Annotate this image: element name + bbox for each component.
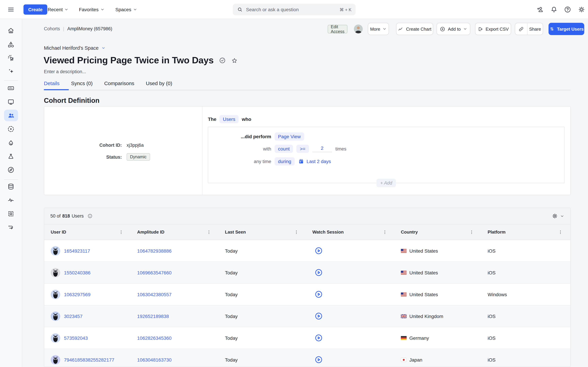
- user-id-link[interactable]: 1654923117: [64, 248, 90, 253]
- add-to-button[interactable]: Add to: [437, 23, 470, 35]
- amplitude-id-link[interactable]: 1064782938886: [137, 248, 172, 253]
- user-avatar: [51, 355, 60, 364]
- user-id-link[interactable]: 7946185838255282177: [64, 357, 114, 362]
- watch-session-play-icon[interactable]: [314, 290, 323, 299]
- nav-connections-route-icon[interactable]: [7, 224, 15, 231]
- edit-access-badge[interactable]: Edit Access: [328, 25, 348, 33]
- nav-experiments-icon[interactable]: [7, 153, 15, 160]
- left-nav-rail: [0, 19, 22, 367]
- create-button[interactable]: Create: [24, 4, 47, 15]
- star-favorite-icon[interactable]: [231, 57, 238, 64]
- column-menu-icon[interactable]: [383, 229, 387, 235]
- nav-events-icon[interactable]: [7, 54, 15, 62]
- target-users-button[interactable]: Target Users: [548, 23, 584, 35]
- date-range-picker[interactable]: Last 2 days: [298, 158, 331, 164]
- count-value-input[interactable]: 2: [312, 145, 332, 152]
- during-chip[interactable]: during: [275, 157, 295, 166]
- nav-heatmap-flame-icon[interactable]: [7, 139, 15, 147]
- nav-labs-icon[interactable]: [7, 210, 15, 217]
- breadcrumb-cohorts-link[interactable]: Cohorts: [44, 26, 60, 31]
- amplitude-id-link[interactable]: 1062826345360: [137, 335, 172, 341]
- favorites-menu[interactable]: Favorites: [79, 0, 104, 19]
- tab-syncs[interactable]: Syncs (0): [71, 80, 93, 90]
- column-menu-icon[interactable]: [469, 229, 474, 235]
- nav-signals-pulse-icon[interactable]: [7, 196, 15, 204]
- user-id-link[interactable]: 3023457: [64, 313, 82, 319]
- recent-menu[interactable]: Recent: [48, 0, 69, 19]
- tab-comparisons[interactable]: Comparisons: [104, 80, 134, 90]
- global-search[interactable]: ⌘ + K: [233, 4, 356, 15]
- tab-underline: [44, 90, 571, 90]
- table-toolbar: 50 of 818 Users: [44, 208, 570, 224]
- table-row[interactable]: 1063297569 1063042380557 Today United St…: [44, 284, 570, 305]
- amplitude-id-link[interactable]: 1069663547660: [137, 270, 172, 275]
- invite-user-icon[interactable]: [536, 6, 544, 13]
- any-time-label: any time: [208, 159, 271, 164]
- column-menu-icon[interactable]: [558, 229, 563, 235]
- amplitude-id-link[interactable]: 1063042380557: [137, 292, 172, 297]
- user-avatar: [51, 333, 60, 343]
- nav-data-icon[interactable]: [7, 183, 15, 190]
- nav-ai-sparkles-icon[interactable]: [7, 68, 15, 75]
- table-row[interactable]: 7946185838255282177 1063048163730 Today …: [44, 349, 570, 367]
- watch-session-play-icon[interactable]: [314, 334, 323, 342]
- watch-session-play-icon[interactable]: [314, 268, 323, 277]
- nav-sessions-icon[interactable]: [7, 98, 15, 106]
- watch-session-play-icon[interactable]: [314, 246, 323, 255]
- tab-used-by[interactable]: Used by (0): [146, 80, 172, 90]
- watch-session-play-icon[interactable]: [314, 355, 323, 364]
- table-settings-control[interactable]: [552, 213, 564, 219]
- owner-avatar[interactable]: [354, 25, 363, 33]
- table-row[interactable]: 1550240386 1069663547660 Today United St…: [44, 262, 570, 284]
- cohort-id-label: Cohort ID:: [44, 143, 122, 148]
- info-icon[interactable]: [87, 213, 93, 219]
- space-selector[interactable]: Michael Heriford's Space: [44, 45, 105, 51]
- table-row[interactable]: 1654923117 1064782938886 Today United St…: [44, 240, 570, 262]
- nav-assets-icon[interactable]: [7, 41, 15, 48]
- user-id-link[interactable]: 1063297569: [64, 292, 90, 297]
- export-csv-button[interactable]: Export CSV: [475, 23, 511, 35]
- user-id-link[interactable]: 1550240386: [64, 270, 90, 275]
- active-tab-indicator: [44, 89, 69, 90]
- table-row[interactable]: 573592043 1062826345360 Today Germany iO…: [44, 327, 570, 349]
- table-row[interactable]: 3023457 192652189838 Today United Kingdo…: [44, 305, 570, 327]
- operator-chip[interactable]: >=: [297, 145, 309, 153]
- watch-session-play-icon[interactable]: [314, 312, 323, 320]
- aggregation-chip[interactable]: count: [275, 145, 293, 153]
- spaces-menu[interactable]: Spaces: [115, 0, 137, 19]
- user-avatar: [51, 246, 60, 256]
- event-chip[interactable]: Page View: [275, 133, 304, 141]
- amplitude-id-link[interactable]: 192652189838: [137, 313, 169, 319]
- help-icon[interactable]: [564, 6, 571, 13]
- settings-gear-icon[interactable]: [578, 6, 585, 13]
- column-menu-icon[interactable]: [294, 229, 299, 235]
- plus-circle-icon: [440, 26, 445, 32]
- rail-divider: [4, 80, 18, 81]
- country-flag-icon: [401, 314, 407, 318]
- nav-discover-compass-icon[interactable]: [7, 166, 15, 174]
- add-clause-button[interactable]: + Add: [376, 179, 396, 187]
- nav-replay-icon[interactable]: [7, 125, 15, 133]
- subject-chip[interactable]: Users: [220, 115, 239, 123]
- tab-details[interactable]: Details: [44, 80, 59, 90]
- create-chart-button[interactable]: Create Chart: [396, 23, 433, 35]
- nav-home-icon[interactable]: [7, 27, 15, 34]
- nav-dashboards-icon[interactable]: [7, 84, 15, 92]
- notifications-bell-icon[interactable]: [550, 6, 558, 13]
- more-button[interactable]: More: [368, 23, 389, 35]
- page-title[interactable]: Viewed Pricing Page Twice in Two Days: [44, 55, 214, 66]
- user-count-summary: 50 of 818 Users: [50, 213, 93, 219]
- user-avatar: [51, 268, 60, 277]
- description-placeholder[interactable]: Enter a description...: [44, 69, 86, 74]
- amplitude-id-link[interactable]: 1063048163730: [137, 357, 172, 362]
- hamburger-menu-icon[interactable]: [7, 6, 15, 13]
- search-input[interactable]: [246, 7, 336, 12]
- column-menu-icon[interactable]: [119, 229, 123, 235]
- column-menu-icon[interactable]: [206, 229, 211, 235]
- sentence-who: who: [242, 117, 251, 122]
- nav-cohorts-users-icon[interactable]: [7, 112, 15, 119]
- user-id-link[interactable]: 573592043: [64, 335, 88, 341]
- copy-link-icon[interactable]: [515, 26, 527, 32]
- verified-badge-icon[interactable]: [219, 57, 226, 64]
- share-button[interactable]: Share: [515, 23, 543, 35]
